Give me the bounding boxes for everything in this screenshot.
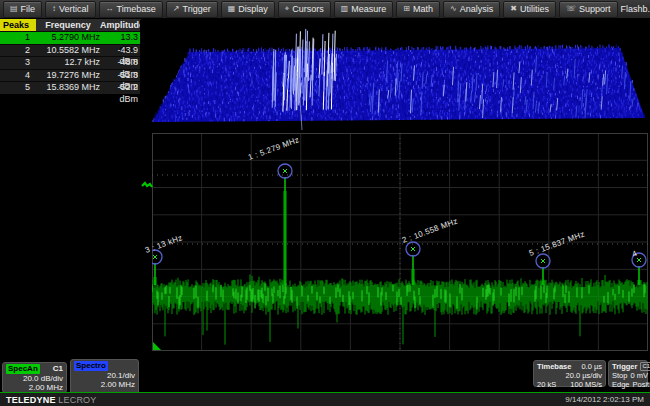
- spectro-descriptor[interactable]: Spectro 20.1/div 2.00 MHz 29.218 k#: [70, 359, 139, 396]
- menu-item-math[interactable]: ⊞Math: [396, 1, 440, 18]
- menu-item-label: Display: [238, 4, 268, 14]
- menu-item-trigger[interactable]: ↗Trigger: [166, 1, 218, 18]
- menu-item-utilities[interactable]: ✖Utilities: [503, 1, 556, 18]
- menu-item-label: Math: [413, 4, 433, 14]
- timebase-label: Timebase: [537, 362, 571, 371]
- menu-item-vertical[interactable]: ↕Vertical: [45, 1, 96, 18]
- menu-item-label: Measure: [351, 4, 386, 14]
- trigger-source-badge: C1: [640, 362, 650, 371]
- brand-logo: TELEDYNE LECROY: [6, 395, 97, 405]
- specan-vscale: 20.0 dB/div: [6, 374, 63, 384]
- timebase-rate: 100 MS/s: [570, 380, 602, 389]
- peaks-header-cell[interactable]: Peaks: [0, 19, 36, 31]
- peak-frequency: 19.7276 MHz: [30, 70, 100, 82]
- analysis-icon: ∿: [450, 5, 457, 13]
- peak-row-2[interactable]: 2 10.5582 MHz -43.9 dBm: [0, 44, 141, 57]
- peak-rank: 5: [0, 82, 30, 94]
- trigger-type: Edge: [612, 380, 630, 389]
- peak-frequency: 15.8369 MHz: [30, 82, 100, 94]
- spectro-scale: 20.1/div: [74, 371, 135, 381]
- trigger-mode: Stop: [612, 371, 627, 380]
- scope-screen: ▤File ↕Vertical ↔Timebase ↗Trigger ▦Disp…: [0, 0, 650, 406]
- peak-amplitude: 13.3 dBm: [100, 32, 140, 44]
- measure-icon: ▥: [341, 5, 349, 13]
- amplitude-header-cell: Amplitude: [100, 20, 141, 30]
- peak-frequency: 10.5582 MHz: [30, 45, 100, 57]
- menu-item-label: Timebase: [117, 4, 156, 14]
- peak-row-5[interactable]: 5 15.8369 MHz -52.2 dBm: [0, 81, 141, 94]
- peaks-table: Peaks Frequency Amplitude 1 5.2790 MHz 1…: [0, 19, 141, 94]
- timebase-offset: 0.0 µs: [581, 362, 602, 371]
- file-icon: ▤: [10, 5, 18, 13]
- menu-item-label: Analysis: [460, 4, 494, 14]
- spectro-title: Spectro: [74, 361, 108, 371]
- menu-item-label: Support: [579, 4, 611, 14]
- timebase-samples: 20 kS: [537, 380, 556, 389]
- peak-amplitude: -43.9 dBm: [100, 45, 140, 57]
- menu-item-label: File: [21, 4, 36, 14]
- math-icon: ⊞: [403, 5, 410, 13]
- peak-rank: 3: [0, 57, 30, 69]
- menu-item-measure[interactable]: ▥Measure: [334, 1, 394, 18]
- clipped-peak-marker: [141, 179, 154, 192]
- peak-row-4[interactable]: 4 19.7276 MHz -51.3 dBm: [0, 69, 141, 82]
- datetime: 9/14/2012 2:02:13 PM: [565, 395, 644, 404]
- timebase-icon: ↔: [106, 5, 114, 13]
- peaks-table-header: Peaks Frequency Amplitude: [0, 19, 141, 31]
- spectrogram-3d-display: [140, 20, 650, 133]
- trigger-icon: ↗: [173, 5, 180, 13]
- menu-item-label: Vertical: [59, 4, 89, 14]
- vertical-icon: ↕: [52, 5, 56, 13]
- peak-rank: 4: [0, 70, 30, 82]
- utilities-icon: ✖: [510, 5, 517, 13]
- menu-item-file[interactable]: ▤File: [3, 1, 42, 18]
- menu-item-label: Trigger: [182, 4, 210, 14]
- trigger-slope: Positive: [633, 380, 650, 389]
- menu-item-analysis[interactable]: ∿Analysis: [443, 1, 500, 18]
- specan-channel: C1: [53, 364, 63, 374]
- timebase-summary[interactable]: Timebase0.0 µs 20.0 µs/div 20 kS100 MS/s: [533, 360, 606, 387]
- peak-frequency: 5.2790 MHz: [30, 32, 100, 44]
- peak-amplitude: -52.2 dBm: [100, 82, 140, 94]
- spectro-hscale: 2.00 MHz: [74, 380, 135, 390]
- flash-status-label: Flashb...: [621, 4, 650, 14]
- peak-row-1[interactable]: 1 5.2790 MHz 13.3 dBm: [0, 31, 141, 44]
- peak-amplitude: -48.8 dBm: [100, 57, 140, 69]
- menu-item-timebase[interactable]: ↔Timebase: [99, 1, 163, 18]
- menu-item-cursors[interactable]: ⌖Cursors: [278, 1, 331, 18]
- frequency-header-cell: Frequency: [36, 20, 100, 30]
- peak-amplitude: -51.3 dBm: [100, 70, 140, 82]
- peak-rank: 2: [0, 45, 30, 57]
- menu-bar: ▤File ↕Vertical ↔Timebase ↗Trigger ▦Disp…: [0, 0, 650, 19]
- peak-rank: 1: [0, 32, 30, 44]
- display-icon: ▦: [228, 5, 236, 13]
- menu-item-display[interactable]: ▦Display: [221, 1, 275, 18]
- specan-title: SpecAn: [6, 364, 40, 374]
- trigger-summary[interactable]: TriggerC1DC Stop0 mV EdgePositive: [608, 360, 648, 387]
- specan-descriptor[interactable]: SpecAn C1 20.0 dB/div 2.00 MHz: [2, 362, 67, 393]
- menu-item-support[interactable]: ☏Support: [559, 1, 618, 18]
- menu-item-label: Utilities: [520, 4, 549, 14]
- cursors-icon: ⌖: [285, 5, 290, 13]
- trigger-label: Trigger: [612, 362, 637, 371]
- peak-frequency: 12.7 kHz: [30, 57, 100, 69]
- peak-row-3[interactable]: 3 12.7 kHz -48.8 dBm: [0, 56, 141, 69]
- status-bar: TELEDYNE LECROY 9/14/2012 2:02:13 PM: [0, 393, 650, 406]
- timebase-scale: 20.0 µs/div: [566, 371, 602, 380]
- menu-item-label: Cursors: [292, 4, 324, 14]
- trigger-level: 0 mV: [630, 371, 648, 380]
- support-icon: ☏: [566, 5, 576, 13]
